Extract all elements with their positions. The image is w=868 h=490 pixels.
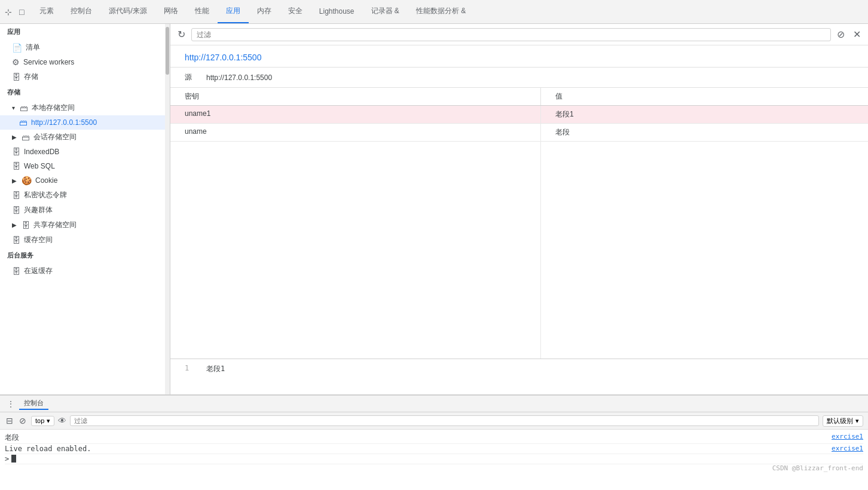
sidebar-item-manifest[interactable]: 📄清单	[0, 40, 165, 55]
url-title: http://127.0.0.1:5500	[170, 45, 868, 68]
tab-security[interactable]: 安全	[280, 0, 311, 23]
log-level-select[interactable]: 默认级别 ▾	[823, 415, 863, 427]
console-source[interactable]: exrcise1	[822, 433, 863, 440]
preview-line-num: 1	[185, 364, 197, 374]
sidebar-item-cookie[interactable]: ▶🍪Cookie	[0, 173, 165, 188]
shared-storage-icon: 🗄	[22, 220, 30, 230]
col-val-header: 值	[541, 88, 868, 105]
log-level-arrow: ▾	[855, 417, 859, 425]
console-line: 老段exrcise1	[5, 432, 863, 444]
sidebar-scrollbar[interactable]	[165, 24, 170, 394]
sidebar-item-back-forward[interactable]: 🗄在返缓存	[0, 264, 165, 278]
storage-label: 存储	[24, 72, 38, 82]
tab-performance[interactable]: 性能	[187, 0, 218, 23]
sidebar-item-cache-storage[interactable]: 🗄缓存空间	[0, 232, 165, 247]
console-text: 老段	[5, 433, 822, 443]
device-icon[interactable]: □	[17, 5, 26, 19]
session-storage-icon: 🗃	[22, 133, 30, 142]
manifest-label: 清单	[26, 42, 40, 53]
col-key-header: 密钥	[170, 88, 541, 105]
sidebar-section-存储: 存储	[0, 84, 165, 100]
sidebar-item-local-storage-expand[interactable]: ▾🗃本地存储空间	[0, 100, 165, 115]
log-level-label: 默认级别	[827, 416, 853, 425]
shared-storage-label: 共享存储空间	[33, 220, 77, 230]
console-text: Live reload enabled.	[5, 445, 822, 453]
bottom-panel: ⋮ 控制台 ⊟ ⊘ top ▾ 👁 默认级别 ▾ 老段exrcise1Live …	[0, 394, 868, 490]
tab-console[interactable]: 控制台	[62, 0, 100, 23]
top-context-label: top	[35, 417, 44, 424]
sidebar-item-interest-groups[interactable]: 🗄兴趣群体	[0, 203, 165, 218]
local-storage-url-label: http://127.0.0.1:5500	[31, 118, 97, 127]
empty-row	[170, 142, 868, 359]
table-cell-key: uname	[170, 124, 541, 141]
table-rows: uname1老段1uname老段	[170, 106, 868, 142]
preview-line: 1 老段1	[185, 364, 854, 374]
top-context-arrow: ▾	[47, 417, 50, 425]
tab-application[interactable]: 应用	[218, 0, 249, 23]
back-forward-icon: 🗄	[12, 267, 20, 276]
sidebar-item-indexeddb[interactable]: 🗄IndexedDB	[0, 145, 165, 159]
table-row[interactable]: uname1老段1	[170, 106, 868, 124]
private-state-label: 私密状态令牌	[24, 190, 67, 200]
console-prompt-icon: >	[5, 455, 9, 463]
sidebar-item-private-state[interactable]: 🗄私密状态令牌	[0, 188, 165, 203]
tab-perf-insight[interactable]: 性能数据分析 &	[408, 0, 474, 23]
console-content: 老段exrcise1Live reload enabled.exrcise1>C…	[0, 430, 868, 490]
bottom-panel-icon[interactable]: ⋮	[5, 399, 17, 409]
preview-value: 老段1	[206, 364, 225, 374]
expand-arrow-icon: ▶	[12, 134, 17, 140]
tab-source[interactable]: 源代码/来源	[100, 0, 155, 23]
private-state-icon: 🗄	[12, 191, 20, 200]
table-cell-key: uname1	[170, 106, 541, 123]
tab-elements[interactable]: 元素	[31, 0, 62, 23]
main-area: 应用📄清单⚙Service workers🗄存储存储▾🗃本地存储空间🗃http:…	[0, 24, 868, 394]
preview-area: 1 老段1	[170, 359, 868, 394]
cache-storage-icon: 🗄	[12, 235, 20, 245]
clear-console-button[interactable]: ⊘	[18, 415, 27, 427]
cookie-label: Cookie	[35, 176, 57, 185]
tab-bar: 元素控制台源代码/来源网络性能应用内存安全Lighthouse记录器 &性能数据…	[31, 0, 474, 23]
tab-recorder[interactable]: 记录器 &	[363, 0, 408, 23]
console-tab[interactable]: 控制台	[19, 397, 48, 410]
console-filter-input[interactable]	[70, 415, 819, 426]
eye-icon[interactable]: 👁	[58, 416, 66, 425]
tab-lighthouse[interactable]: Lighthouse	[311, 0, 363, 23]
filter-input[interactable]	[191, 28, 831, 41]
sidebar-scroll-thumb[interactable]	[166, 27, 169, 75]
console-source[interactable]: exrcise1	[822, 445, 863, 452]
interest-groups-label: 兴趣群体	[24, 205, 53, 215]
top-context-select[interactable]: top ▾	[31, 416, 54, 426]
interest-groups-icon: 🗄	[12, 206, 20, 215]
expand-arrow-icon: ▶	[12, 222, 17, 228]
devtools-tool-icons: ⊹ □	[2, 5, 26, 19]
sidebar-item-session-storage[interactable]: ▶🗃会话存储空间	[0, 130, 165, 145]
sidebar: 应用📄清单⚙Service workers🗄存储存储▾🗃本地存储空间🗃http:…	[0, 24, 165, 394]
sidebar-item-storage[interactable]: 🗄存储	[0, 69, 165, 84]
cache-storage-label: 缓存空间	[24, 235, 53, 245]
tab-network[interactable]: 网络	[155, 0, 187, 23]
clear-filter-button[interactable]: ⊘	[835, 27, 847, 41]
cursor-icon[interactable]: ⊹	[2, 5, 14, 19]
close-filter-button[interactable]: ✕	[851, 27, 863, 41]
local-storage-expand-label: 本地存储空间	[32, 103, 75, 113]
sidebar-toggle-button[interactable]: ⊟	[5, 415, 14, 427]
websql-icon: 🗄	[12, 161, 20, 171]
sidebar-item-service-workers[interactable]: ⚙Service workers	[0, 55, 165, 69]
bottom-toolbar: ⊟ ⊘ top ▾ 👁 默认级别 ▾	[0, 412, 868, 430]
cookie-icon: 🍪	[22, 176, 32, 185]
sidebar-item-shared-storage[interactable]: ▶🗄共享存储空间	[0, 218, 165, 232]
tab-memory[interactable]: 内存	[249, 0, 280, 23]
table-row[interactable]: uname老段	[170, 124, 868, 142]
table-cell-val: 老段1	[541, 106, 868, 123]
back-forward-label: 在返缓存	[24, 266, 53, 276]
filter-bar: ↻ ⊘ ✕	[170, 24, 868, 45]
refresh-button[interactable]: ↻	[175, 27, 188, 41]
sidebar-item-local-storage-url[interactable]: 🗃http://127.0.0.1:5500	[0, 115, 165, 130]
sidebar-item-websql[interactable]: 🗄Web SQL	[0, 159, 165, 173]
top-toolbar: ⊹ □ 元素控制台源代码/来源网络性能应用内存安全Lighthouse记录器 &…	[0, 0, 868, 24]
source-label: 源	[185, 72, 192, 82]
sidebar-section-应用: 应用	[0, 24, 165, 40]
empty-key	[170, 142, 541, 359]
local-storage-url-icon: 🗃	[19, 118, 27, 127]
indexeddb-icon: 🗄	[12, 147, 20, 157]
